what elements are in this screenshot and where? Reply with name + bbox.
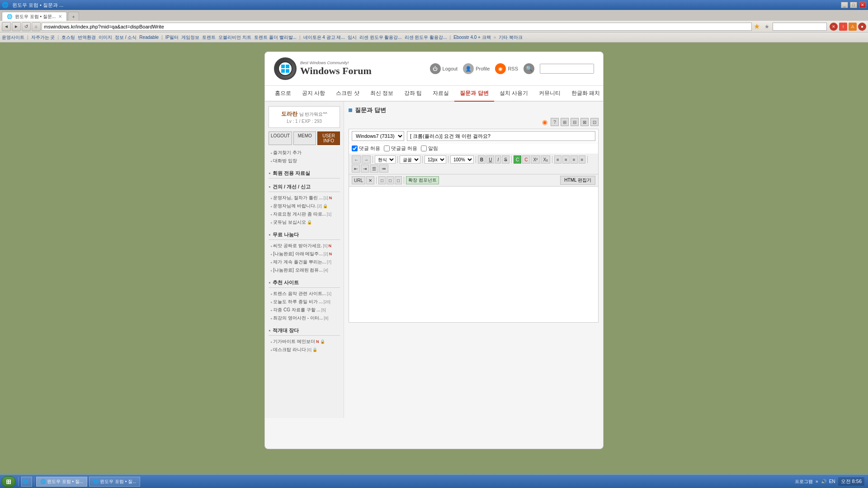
- minimize-button[interactable]: _: [841, 2, 848, 8]
- checkbox-comment[interactable]: 댓글 허용: [352, 145, 380, 152]
- tab-active[interactable]: 🌐 윈도우 포럼 • 질문... ✕: [2, 12, 67, 21]
- sidebar-item[interactable]: 제가 계속 플건을 뿌리는... [7]: [269, 258, 340, 266]
- undo-button[interactable]: ←: [352, 155, 361, 164]
- sidebar-item[interactable]: 오늘도 하루 종일 비가 ... [20]: [269, 298, 340, 306]
- sidebar-item[interactable]: [나눔완료] 아래 메일주... [2] N: [269, 250, 340, 258]
- address-bar[interactable]: [42, 23, 752, 31]
- sidebar-item[interactable]: [나눔완료] 오래된 컴퓨... [4]: [269, 266, 340, 274]
- grid-icon-3[interactable]: ⊠: [580, 118, 589, 126]
- warning-icon[interactable]: !: [839, 23, 847, 31]
- align-center[interactable]: ≡: [562, 155, 570, 164]
- color-button-c2[interactable]: C: [522, 155, 530, 164]
- close-button[interactable]: ✕: [859, 2, 866, 8]
- sidebar-chatroom[interactable]: 대화방 입장: [269, 157, 340, 165]
- checkbox-nested-comment[interactable]: 댓글글 허용: [384, 145, 417, 152]
- box-btn-2[interactable]: □: [387, 176, 394, 184]
- sidebar-item[interactable]: 굿듀님 보십시오 🔒: [269, 218, 340, 226]
- align-justify[interactable]: ≡: [579, 155, 586, 164]
- nav-qa[interactable]: 질문과 답변: [454, 86, 494, 102]
- nav-korean[interactable]: 한글화 패치: [566, 86, 604, 102]
- checkbox-notify[interactable]: 알림: [421, 145, 438, 152]
- bookmark-item[interactable]: 번역환경: [78, 34, 96, 41]
- help-icon[interactable]: ?: [551, 118, 559, 126]
- nav-notice[interactable]: 공지 사항: [297, 86, 330, 102]
- nav-tips[interactable]: 강좌 팁: [399, 86, 427, 102]
- category-select[interactable]: Windows7 (7313): [352, 131, 404, 141]
- outdent-btn[interactable]: ⇥: [361, 164, 369, 173]
- bookmark-item[interactable]: 리센 윈도우 활용강...: [405, 34, 447, 41]
- nav-install[interactable]: 설치 사용기: [494, 86, 533, 102]
- subscript-button[interactable]: X₂: [541, 155, 550, 164]
- ordered-list-btn[interactable]: ≔: [379, 164, 388, 173]
- refresh-button[interactable]: ↺: [22, 22, 31, 31]
- align-right[interactable]: ≡: [571, 155, 578, 164]
- alert-icon[interactable]: ⚠: [849, 23, 857, 31]
- redo-button[interactable]: →: [362, 155, 371, 164]
- underline-button[interactable]: U: [486, 155, 494, 164]
- logout-btn[interactable]: LOGOUT: [269, 131, 292, 145]
- grid-icon-1[interactable]: ⊞: [561, 118, 569, 126]
- editor-area[interactable]: [349, 187, 598, 322]
- sidebar-item[interactable]: 데스크탑 라니다 [6] 🔒: [269, 346, 340, 354]
- bookmark-item[interactable]: Readable: [139, 35, 159, 40]
- bookmark-icon[interactable]: ★: [763, 23, 771, 31]
- forward-button[interactable]: ►: [12, 22, 21, 31]
- bookmark-item[interactable]: 토렌트: [202, 34, 216, 41]
- link-close-button[interactable]: ✕: [366, 176, 374, 184]
- bookmark-item[interactable]: IP필터: [165, 34, 179, 41]
- bold-button[interactable]: B: [478, 155, 486, 164]
- sidebar-item[interactable]: 기가바이트 메인보더 N 🔒: [269, 338, 340, 346]
- user-info-button[interactable]: USER INFO: [317, 131, 340, 145]
- home-button[interactable]: ⌂: [32, 22, 41, 31]
- format-select[interactable]: 현식: [375, 155, 396, 164]
- bookmark-item[interactable]: 리센 윈도우 활용강...: [359, 34, 402, 41]
- taskbar-task-1[interactable]: 🌐 윈도우 포럼 • 질...: [36, 477, 87, 487]
- sidebar-shortcut-add[interactable]: 즐겨찾기 추가: [269, 149, 340, 157]
- color-button-c1[interactable]: C: [514, 155, 521, 164]
- sidebar-item[interactable]: 각종 CG 자료를 구할 ... [5]: [269, 306, 340, 314]
- nav-community[interactable]: 커뮤니티: [533, 86, 566, 102]
- sidebar-item[interactable]: 운영자님, 절차가 틀린 ... [1] N: [269, 194, 340, 202]
- sidebar-item[interactable]: 운영자님께 바랍니다. [2] 🔒: [269, 202, 340, 210]
- size-select[interactable]: 12px: [425, 155, 446, 164]
- sidebar-item[interactable]: 자료요청 게시판 좀 따로... [1]: [269, 210, 340, 218]
- url-button[interactable]: URL: [352, 176, 365, 184]
- bookmark-item[interactable]: 오블리비언 치트: [218, 34, 251, 41]
- memo-btn[interactable]: MEMO: [293, 131, 316, 145]
- bookmark-item[interactable]: Eboostr 4.0 + 크랙: [453, 34, 491, 41]
- strike-button[interactable]: S: [502, 155, 509, 164]
- bookmark-item[interactable]: 정보 / 소식: [115, 34, 137, 41]
- bookmark-item[interactable]: 토렌트 폴더 빨리발...: [254, 34, 297, 41]
- nav-home[interactable]: 홈으로: [269, 86, 297, 102]
- box-btn-1[interactable]: □: [378, 176, 386, 184]
- superscript-button[interactable]: X²: [531, 155, 540, 164]
- back-button[interactable]: ◄: [2, 22, 11, 31]
- stop-icon[interactable]: ●: [858, 23, 866, 31]
- sidebar-item[interactable]: 최강의 영어사전 - 이터... [9]: [269, 314, 340, 322]
- font-select[interactable]: 글꼴: [400, 155, 420, 164]
- nav-screenshot[interactable]: 스크린 샷: [330, 86, 364, 102]
- tab-close-icon[interactable]: ✕: [58, 14, 62, 19]
- grid-icon-2[interactable]: ⊟: [571, 118, 579, 126]
- bookmark-item[interactable]: 윤영사이트: [2, 34, 24, 41]
- search-input[interactable]: [540, 64, 594, 74]
- new-tab-btn[interactable]: +: [68, 12, 79, 21]
- start-button[interactable]: ⊞: [2, 476, 15, 487]
- component-button[interactable]: 확장 컴포넌트: [406, 176, 439, 184]
- logout-button[interactable]: ⏻ Logout: [430, 63, 458, 74]
- nav-latest[interactable]: 최신 정보: [365, 86, 399, 102]
- sidebar-item[interactable]: 트렌스 음악 관련 사이트... [1]: [269, 290, 340, 298]
- indent-btn[interactable]: ⇤: [352, 164, 360, 173]
- network-icon[interactable]: EN: [829, 479, 835, 484]
- bookmark-item[interactable]: 네이토은 4 광고 제...: [303, 34, 345, 41]
- nav-resources[interactable]: 자료실: [427, 86, 454, 102]
- sidebar-item[interactable]: 씨앗 공짜로 받아가세요. [5] N: [269, 242, 340, 250]
- zoom-select[interactable]: 100%: [450, 155, 474, 164]
- rss-button[interactable]: ◉ RSS: [495, 63, 518, 74]
- profile-button[interactable]: 👤 Profile: [463, 63, 490, 74]
- maximize-button[interactable]: □: [850, 2, 857, 8]
- rss-toolbar-icon[interactable]: ◉: [541, 118, 549, 126]
- box-btn-3[interactable]: □: [395, 176, 402, 184]
- audio-icon[interactable]: 🔊: [821, 479, 826, 484]
- bookmark-item[interactable]: 임시: [348, 34, 357, 41]
